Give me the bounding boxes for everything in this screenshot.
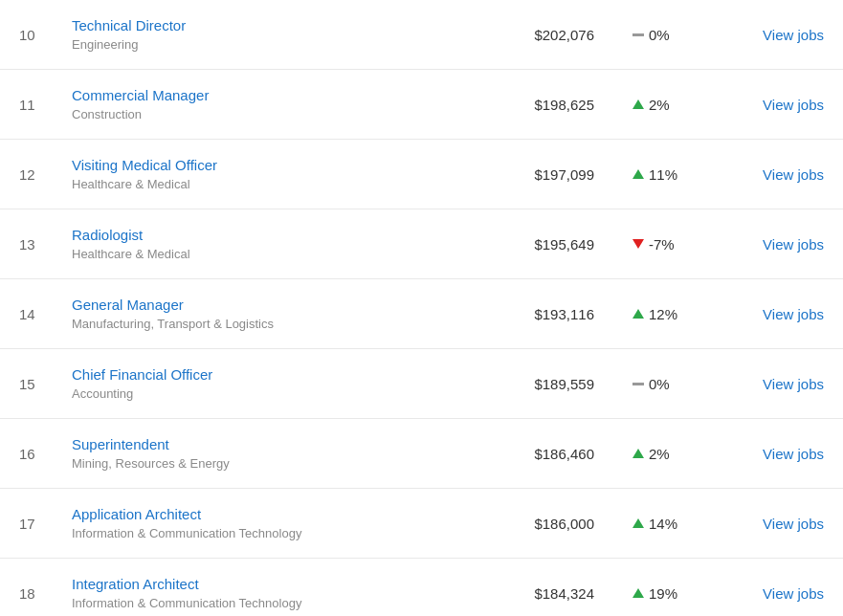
arrow-up-icon (632, 518, 644, 528)
job-info: Commercial ManagerConstruction (72, 87, 508, 121)
arrow-up-icon (632, 169, 644, 179)
arrow-down-icon (632, 239, 644, 249)
job-title[interactable]: Superintendent (72, 436, 489, 452)
change-indicator: 14% (632, 516, 738, 532)
job-info: Technical DirectorEngineering (72, 17, 508, 52)
table-row: 10Technical DirectorEngineering$202,0760… (0, 0, 843, 70)
view-jobs-link[interactable]: View jobs (763, 27, 824, 43)
rank-number: 10 (19, 27, 72, 43)
arrow-up-icon (632, 99, 644, 109)
rank-number: 12 (19, 166, 72, 183)
job-category: Construction (72, 107, 142, 121)
action-column: View jobs (738, 236, 824, 253)
salary: $195,649 (508, 236, 632, 253)
job-category: Healthcare & Medical (72, 177, 190, 191)
job-category: Accounting (72, 386, 133, 401)
view-jobs-link[interactable]: View jobs (763, 236, 824, 253)
change-text: 0% (649, 376, 670, 392)
job-category: Healthcare & Medical (72, 247, 190, 261)
change-indicator: 2% (632, 446, 738, 462)
salary: $202,076 (508, 27, 632, 43)
table-row: 16SuperintendentMining, Resources & Ener… (0, 419, 843, 489)
job-info: Application ArchitectInformation & Commu… (72, 506, 508, 540)
salary: $198,625 (508, 97, 632, 113)
view-jobs-link[interactable]: View jobs (763, 446, 824, 462)
job-title[interactable]: Commercial Manager (72, 87, 489, 103)
job-category: Engineering (72, 37, 138, 52)
rank-number: 18 (19, 585, 72, 602)
job-category: Information & Communication Technology (72, 596, 301, 610)
arrow-up-icon (632, 588, 644, 598)
change-indicator: 0% (632, 27, 738, 43)
job-info: Chief Financial OfficerAccounting (72, 366, 508, 401)
arrow-up-icon (632, 449, 644, 458)
view-jobs-link[interactable]: View jobs (763, 585, 824, 602)
job-info: Visiting Medical OfficerHealthcare & Med… (72, 157, 508, 191)
flat-icon (632, 33, 644, 36)
job-title[interactable]: Integration Architect (72, 576, 489, 592)
view-jobs-link[interactable]: View jobs (763, 306, 824, 322)
salary: $189,559 (508, 376, 632, 392)
action-column: View jobs (738, 376, 824, 392)
rank-number: 17 (19, 516, 72, 532)
job-title[interactable]: General Manager (72, 297, 489, 313)
salary: $186,000 (508, 516, 632, 532)
action-column: View jobs (738, 446, 824, 462)
job-info: RadiologistHealthcare & Medical (72, 227, 508, 261)
job-title[interactable]: Radiologist (72, 227, 489, 243)
rank-number: 16 (19, 446, 72, 462)
change-text: 19% (649, 585, 677, 602)
job-info: Integration ArchitectInformation & Commu… (72, 576, 508, 610)
job-category: Information & Communication Technology (72, 526, 301, 540)
change-text: 2% (649, 446, 670, 462)
salary: $184,324 (508, 585, 632, 602)
change-text: 2% (649, 97, 670, 113)
table-row: 12Visiting Medical OfficerHealthcare & M… (0, 140, 843, 209)
job-title[interactable]: Visiting Medical Officer (72, 157, 489, 173)
action-column: View jobs (738, 585, 824, 602)
view-jobs-link[interactable]: View jobs (763, 97, 824, 113)
job-category: Manufacturing, Transport & Logistics (72, 317, 274, 331)
change-indicator: 11% (632, 166, 738, 183)
change-indicator: 2% (632, 97, 738, 113)
action-column: View jobs (738, 97, 824, 113)
job-title[interactable]: Technical Director (72, 17, 489, 33)
salary: $197,099 (508, 166, 632, 183)
table-row: 14General ManagerManufacturing, Transpor… (0, 279, 843, 349)
table-row: 15Chief Financial OfficerAccounting$189,… (0, 349, 843, 419)
table-row: 11Commercial ManagerConstruction$198,625… (0, 70, 843, 140)
action-column: View jobs (738, 27, 824, 43)
rank-number: 13 (19, 236, 72, 253)
change-text: 12% (649, 306, 677, 322)
action-column: View jobs (738, 166, 824, 183)
job-info: General ManagerManufacturing, Transport … (72, 297, 508, 331)
change-indicator: 12% (632, 306, 738, 322)
job-info: SuperintendentMining, Resources & Energy (72, 436, 508, 471)
job-category: Mining, Resources & Energy (72, 456, 230, 471)
job-title[interactable]: Chief Financial Officer (72, 366, 489, 383)
view-jobs-link[interactable]: View jobs (763, 376, 824, 392)
salary: $193,116 (508, 306, 632, 322)
action-column: View jobs (738, 306, 824, 322)
view-jobs-link[interactable]: View jobs (763, 166, 824, 183)
rank-number: 11 (19, 97, 72, 113)
rank-number: 15 (19, 376, 72, 392)
change-indicator: -7% (632, 236, 738, 253)
change-indicator: 0% (632, 376, 738, 392)
change-text: 14% (649, 516, 677, 532)
change-indicator: 19% (632, 585, 738, 602)
table-row: 13RadiologistHealthcare & Medical$195,64… (0, 209, 843, 279)
rank-number: 14 (19, 306, 72, 322)
arrow-up-icon (632, 309, 644, 319)
table-row: 17Application ArchitectInformation & Com… (0, 489, 843, 559)
view-jobs-link[interactable]: View jobs (763, 516, 824, 532)
salary: $186,460 (508, 446, 632, 462)
job-title[interactable]: Application Architect (72, 506, 489, 522)
jobs-table: 10Technical DirectorEngineering$202,0760… (0, 0, 843, 616)
action-column: View jobs (738, 516, 824, 532)
flat-icon (632, 383, 644, 385)
change-text: -7% (649, 236, 675, 253)
change-text: 0% (649, 27, 670, 43)
change-text: 11% (649, 166, 677, 183)
table-row: 18Integration ArchitectInformation & Com… (0, 559, 843, 616)
